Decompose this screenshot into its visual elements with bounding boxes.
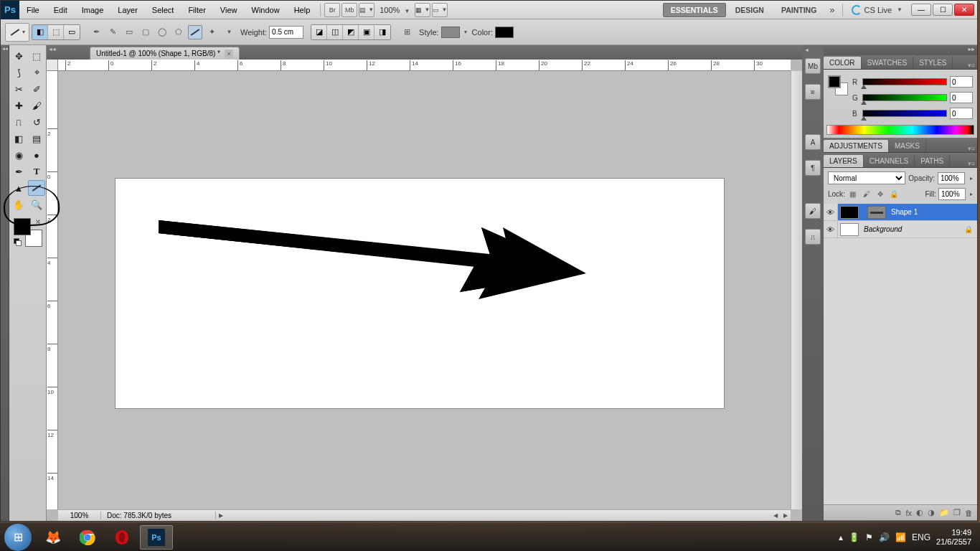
polygon-shape[interactable]: ⬠ <box>171 25 186 39</box>
quick-select-tool[interactable]: ⌖ <box>28 65 45 80</box>
r-slider[interactable] <box>862 78 947 85</box>
arrow-shape[interactable] <box>159 220 589 321</box>
scroll-right-icon[interactable]: ▶ <box>781 511 791 521</box>
path-exclude[interactable]: ◨ <box>374 25 390 39</box>
start-button[interactable]: ⊞ <box>4 524 32 551</box>
tool-preset-picker[interactable]: ▾ <box>5 23 29 42</box>
vertical-scrollbar[interactable] <box>791 71 802 509</box>
lock-pixels-icon[interactable]: 🖌 <box>861 189 872 200</box>
character-dock-icon[interactable]: A <box>805 134 821 150</box>
taskbar-photoshop-icon[interactable]: Ps <box>140 525 173 550</box>
g-slider[interactable] <box>862 94 947 101</box>
window-close-button[interactable]: ✕ <box>954 4 974 16</box>
lock-position-icon[interactable]: ✥ <box>875 189 886 200</box>
line-tool[interactable] <box>28 180 45 196</box>
link-layers-icon[interactable]: ⧉ <box>895 508 901 517</box>
canvas[interactable] <box>116 179 724 408</box>
color-spectrum[interactable] <box>826 125 974 135</box>
left-dock-collapse[interactable] <box>1 45 9 521</box>
paths-mode[interactable]: ⬚ <box>48 25 64 39</box>
horizontal-ruler[interactable]: 024681012141618202224262830322 <box>58 60 791 71</box>
layer-mask-icon[interactable]: ◐ <box>916 508 923 517</box>
layer-style-icon[interactable]: fx <box>905 509 912 517</box>
path-add[interactable]: ◫ <box>327 25 343 39</box>
panel-fg-color[interactable] <box>828 75 841 88</box>
view-extras-button[interactable]: ▤▼ <box>359 3 374 17</box>
zoom-level[interactable]: 100% ▼ <box>375 6 414 14</box>
pen-tool[interactable]: ✒ <box>10 164 27 179</box>
menu-window[interactable]: Window <box>245 1 287 19</box>
crop-tool[interactable]: ✂ <box>10 81 27 97</box>
layer-item-shape1[interactable]: 👁 Shape 1 <box>824 204 977 221</box>
taskbar-chrome-icon[interactable] <box>71 525 104 550</box>
gradient-tool[interactable]: ▤ <box>28 131 45 146</box>
freeform-pen-icon[interactable]: ✎ <box>105 25 120 39</box>
menu-image[interactable]: Image <box>75 1 111 19</box>
paragraph-dock-icon[interactable]: ¶ <box>805 160 821 176</box>
rounded-rectangle-shape[interactable]: ▢ <box>138 25 153 39</box>
fill-pixels-mode[interactable]: ▭ <box>64 25 80 39</box>
panel-menu-icon[interactable]: ▾≡ <box>966 145 977 152</box>
ellipse-shape[interactable]: ◯ <box>155 25 169 39</box>
tray-network-icon[interactable]: 📶 <box>895 532 906 542</box>
canvas-viewport[interactable] <box>58 71 791 509</box>
path-subtract[interactable]: ◩ <box>343 25 359 39</box>
color-swatch[interactable] <box>495 27 514 38</box>
tray-overflow-icon[interactable]: ▴ <box>839 532 843 542</box>
layer-thumb[interactable] <box>840 206 859 219</box>
eraser-tool[interactable]: ◧ <box>10 131 27 146</box>
brush-tool[interactable]: 🖌 <box>28 98 45 113</box>
window-maximize-button[interactable]: ☐ <box>933 4 953 16</box>
vector-mask-thumb[interactable] <box>867 206 886 219</box>
g-input[interactable] <box>950 92 973 103</box>
opacity-input[interactable] <box>938 172 965 184</box>
taskbar-firefox-icon[interactable]: 🦊 <box>37 525 70 550</box>
scroll-left-icon[interactable]: ◀ <box>771 511 781 521</box>
lasso-tool[interactable]: ⟆ <box>10 65 27 80</box>
clone-dock-icon[interactable]: ⎍ <box>805 229 821 245</box>
vertical-ruler[interactable]: 024681012142 <box>47 71 58 509</box>
b-input[interactable] <box>950 108 973 119</box>
r-input[interactable] <box>950 76 973 88</box>
adjustments-tab[interactable]: ADJUSTMENTS <box>824 140 889 152</box>
b-slider[interactable] <box>862 110 947 117</box>
workspace-painting[interactable]: PAINTING <box>773 3 824 17</box>
paths-tab[interactable]: PATHS <box>915 155 950 167</box>
menu-layer[interactable]: Layer <box>110 1 145 19</box>
styles-tab[interactable]: STYLES <box>913 57 953 69</box>
geometry-options[interactable]: ▼ <box>221 25 235 39</box>
type-tool[interactable]: T <box>28 164 45 179</box>
tray-flag-icon[interactable]: ⚑ <box>865 532 873 542</box>
swatches-tab[interactable]: SWATCHES <box>862 57 914 69</box>
layer-thumb[interactable] <box>840 223 859 236</box>
path-intersect[interactable]: ▣ <box>359 25 374 39</box>
taskbar-opera-icon[interactable] <box>105 525 138 550</box>
minibridge-dock-icon[interactable]: Mb <box>805 58 821 74</box>
tray-battery-icon[interactable]: 🔋 <box>849 532 859 542</box>
align-edges-icon[interactable]: ⊞ <box>400 25 414 39</box>
workspace-design[interactable]: DESIGN <box>727 3 772 17</box>
blur-tool[interactable]: ◉ <box>10 147 27 163</box>
weight-input[interactable] <box>269 26 303 39</box>
healing-brush-tool[interactable]: ✚ <box>10 98 27 113</box>
layers-tab[interactable]: LAYERS <box>824 155 864 167</box>
channels-tab[interactable]: CHANNELS <box>864 155 915 167</box>
opacity-arrow-icon[interactable]: ▸ <box>970 175 973 182</box>
move-tool[interactable]: ✥ <box>10 48 27 64</box>
hand-tool[interactable]: ✋ <box>10 197 27 212</box>
foreground-color-swatch[interactable] <box>14 218 31 235</box>
lock-all-icon[interactable]: 🔒 <box>888 189 900 200</box>
blend-mode-select[interactable]: Normal <box>828 171 905 184</box>
rectangle-shape[interactable]: ▭ <box>122 25 136 39</box>
lock-transparency-icon[interactable]: ▦ <box>847 189 859 200</box>
custom-shape[interactable]: ✦ <box>204 25 219 39</box>
arrange-documents-button[interactable]: ▦▼ <box>415 3 430 17</box>
history-brush-tool[interactable]: ↺ <box>28 114 45 130</box>
status-zoom[interactable]: 100% <box>58 512 101 519</box>
tray-clock[interactable]: 19:49 21/6/2557 <box>936 528 971 547</box>
menu-select[interactable]: Select <box>145 1 182 19</box>
layer-item-background[interactable]: 👁 Background 🔒 <box>824 221 977 238</box>
adjustment-layer-icon[interactable]: ◑ <box>928 508 935 517</box>
status-menu-arrow[interactable]: ▶ <box>216 511 226 521</box>
brush-dock-icon[interactable]: 🖌 <box>805 203 821 219</box>
